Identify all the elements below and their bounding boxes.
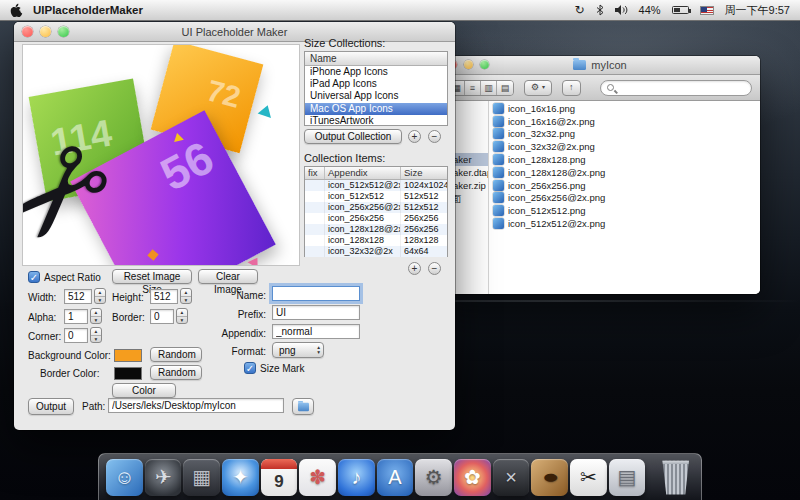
dock-item[interactable]: ✦ bbox=[222, 459, 259, 496]
add-item-button[interactable]: + bbox=[408, 262, 421, 275]
dock-item[interactable]: ☺ bbox=[106, 459, 143, 496]
aspect-ratio-checkbox[interactable]: ✓ bbox=[28, 271, 40, 283]
width-stepper[interactable]: ▴▾ bbox=[94, 288, 106, 304]
size-collection-row[interactable]: Mac OS App Icons bbox=[305, 103, 447, 115]
border-random-button[interactable]: Random bbox=[150, 365, 202, 380]
name-input[interactable] bbox=[272, 286, 360, 301]
list-view-icon[interactable]: ≡ bbox=[465, 81, 481, 95]
battery-icon[interactable] bbox=[672, 6, 689, 14]
dock-item[interactable]: ✂ bbox=[570, 459, 607, 496]
image-preview-canvas[interactable]: 114 72 56 ✂ bbox=[22, 44, 300, 266]
collection-item-row[interactable]: icon_128x128@2x 256x256 bbox=[305, 224, 447, 235]
corner-input[interactable] bbox=[64, 328, 88, 343]
collection-item-row[interactable]: icon_32x32@2x 64x64 bbox=[305, 246, 447, 257]
file-row[interactable]: icon_256x256.png bbox=[489, 179, 760, 192]
finder-search-field[interactable] bbox=[600, 80, 752, 96]
path-input[interactable] bbox=[108, 398, 284, 413]
stepper-up-icon[interactable]: ▴ bbox=[181, 289, 191, 297]
dock-item[interactable]: ♪ bbox=[338, 459, 375, 496]
file-row[interactable]: icon_512x512.png bbox=[489, 204, 760, 217]
finder-titlebar[interactable]: myIcon bbox=[440, 56, 760, 75]
alpha-input[interactable] bbox=[64, 309, 88, 324]
column-view-icon[interactable]: ▥ bbox=[481, 81, 497, 95]
dock-item[interactable]: ▦ bbox=[183, 459, 220, 496]
collection-item-row[interactable]: icon_128x128 128x128 bbox=[305, 235, 447, 246]
file-row[interactable]: icon_16x16.png bbox=[489, 102, 760, 115]
stepper-down-icon[interactable]: ▾ bbox=[181, 297, 191, 304]
color-panel-button[interactable]: Color Panel bbox=[112, 383, 176, 398]
stepper-up-icon[interactable]: ▴ bbox=[95, 289, 105, 297]
time-machine-icon[interactable]: ↻ bbox=[574, 3, 584, 17]
format-popup[interactable]: png ▴▾ bbox=[272, 342, 324, 358]
name-column-header[interactable]: Name bbox=[305, 52, 447, 66]
bluetooth-icon[interactable] bbox=[596, 4, 604, 16]
stepper-down-icon[interactable]: ▾ bbox=[91, 336, 101, 343]
output-collection-button[interactable]: Output Collection bbox=[304, 129, 402, 144]
zoom-button[interactable] bbox=[480, 60, 489, 69]
border-stepper[interactable]: ▴▾ bbox=[176, 308, 188, 324]
size-collection-row[interactable]: iPhone App Icons bbox=[305, 66, 447, 78]
file-row[interactable]: icon_16x16@2x.png bbox=[489, 115, 760, 128]
dock-item[interactable]: A bbox=[377, 459, 414, 496]
file-row[interactable]: icon_128x128@2x.png bbox=[489, 166, 760, 179]
dock-item[interactable]: ⚙ bbox=[415, 459, 452, 496]
dock-item[interactable] bbox=[657, 459, 694, 496]
collection-item-row[interactable]: icon_256x256 256x256 bbox=[305, 213, 447, 224]
menubar-app-name[interactable]: UIPlaceholderMaker bbox=[33, 4, 143, 16]
dock-item[interactable]: ▤ bbox=[609, 459, 646, 496]
collection-items-table[interactable]: fix Appendix Size icon_512x512@2x 1024x1… bbox=[304, 166, 448, 257]
dock-item[interactable]: ✿ bbox=[454, 459, 491, 496]
remove-collection-button[interactable]: − bbox=[428, 130, 441, 143]
size-collection-row[interactable]: iTunesArtwork bbox=[305, 115, 447, 127]
collection-item-row[interactable]: icon_256x256@2x 512x512 bbox=[305, 202, 447, 213]
arrange-button[interactable]: ⚙▾ bbox=[524, 80, 552, 96]
border-input[interactable] bbox=[150, 309, 174, 324]
stepper-up-icon[interactable]: ▴ bbox=[177, 309, 187, 317]
app-window[interactable]: UI Placeholder Maker 114 72 56 ✂ Size Co… bbox=[14, 22, 455, 430]
file-row[interactable]: icon_32x32.png bbox=[489, 128, 760, 141]
clear-image-button[interactable]: Clear Image bbox=[198, 269, 258, 284]
finder-window[interactable]: myIcon ▦ ≡ ▥ ▤ ⚙▾ ↑ 本 rMaker rMaker.dtap… bbox=[440, 56, 760, 294]
stepper-up-icon[interactable]: ▴ bbox=[91, 328, 101, 336]
output-button[interactable]: Output bbox=[28, 398, 74, 415]
minimize-button[interactable] bbox=[464, 60, 473, 69]
remove-item-button[interactable]: − bbox=[428, 262, 441, 275]
prefix-input[interactable] bbox=[272, 305, 360, 320]
zoom-button[interactable] bbox=[58, 26, 69, 37]
minimize-button[interactable] bbox=[40, 26, 51, 37]
appendix-column-header[interactable]: Appendix bbox=[325, 167, 401, 179]
close-button[interactable] bbox=[22, 26, 33, 37]
dock-item[interactable]: ✈ bbox=[145, 459, 182, 496]
file-row[interactable]: icon_512x512@2x.png bbox=[489, 217, 760, 230]
border-color-swatch[interactable] bbox=[114, 367, 142, 380]
stepper-up-icon[interactable]: ▴ bbox=[91, 309, 101, 317]
dock-item[interactable]: ● bbox=[531, 459, 568, 496]
height-stepper[interactable]: ▴▾ bbox=[180, 288, 192, 304]
file-row[interactable]: icon_32x32@2x.png bbox=[489, 140, 760, 153]
dock-item[interactable]: 9 bbox=[261, 459, 298, 496]
view-mode-segmented-control[interactable]: ▦ ≡ ▥ ▤ bbox=[448, 80, 514, 96]
share-button[interactable]: ↑ bbox=[562, 80, 581, 96]
alpha-stepper[interactable]: ▴▾ bbox=[90, 308, 102, 324]
size-mark-checkbox[interactable]: ✓ bbox=[244, 362, 256, 374]
background-color-swatch[interactable] bbox=[114, 349, 142, 362]
collection-item-row[interactable]: icon_512x512 512x512 bbox=[305, 191, 447, 202]
dock-item[interactable]: ✽ bbox=[299, 459, 336, 496]
coverflow-view-icon[interactable]: ▤ bbox=[497, 81, 513, 95]
size-collection-row[interactable]: Universal App Icons bbox=[305, 90, 447, 102]
input-source-flag-icon[interactable] bbox=[700, 6, 714, 15]
size-column-header[interactable]: Size bbox=[401, 167, 447, 179]
menubar-clock[interactable]: 周一下午9:57 bbox=[725, 3, 790, 18]
size-collection-row[interactable]: iPad App Icons bbox=[305, 78, 447, 90]
stepper-down-icon[interactable]: ▾ bbox=[91, 317, 101, 324]
collection-item-row[interactable]: icon_512x512@2x 1024x1024 bbox=[305, 180, 447, 191]
app-titlebar[interactable]: UI Placeholder Maker bbox=[14, 22, 455, 42]
volume-icon[interactable] bbox=[615, 5, 628, 15]
file-row[interactable]: icon_128x128.png bbox=[489, 153, 760, 166]
background-random-button[interactable]: Random bbox=[150, 347, 202, 362]
choose-folder-button[interactable] bbox=[292, 398, 314, 415]
stepper-down-icon[interactable]: ▾ bbox=[95, 297, 105, 304]
reset-image-size-button[interactable]: Reset Image Size bbox=[112, 269, 192, 284]
corner-stepper[interactable]: ▴▾ bbox=[90, 327, 102, 343]
size-collections-list[interactable]: Name iPhone App Icons iPad App Icons Uni… bbox=[304, 51, 448, 126]
